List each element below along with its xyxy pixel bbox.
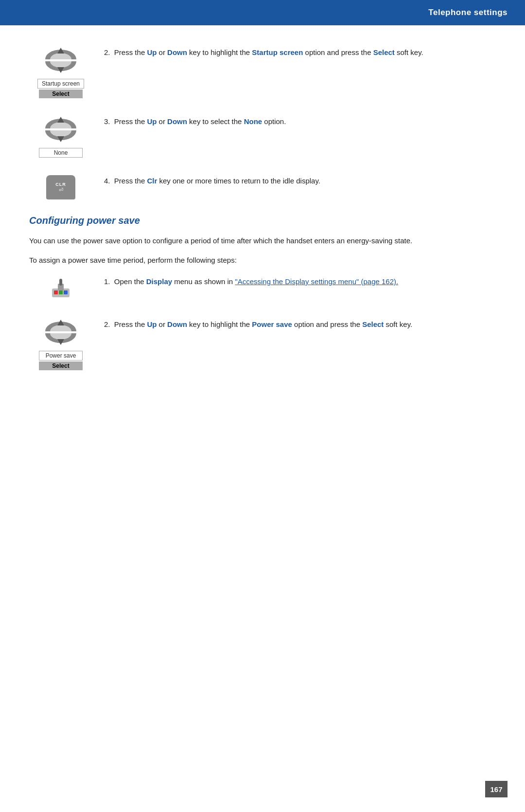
section-heading-power-save: Configuring power save xyxy=(29,215,496,226)
header-title: Telephone settings xyxy=(428,8,508,18)
step-number-4: 4. xyxy=(104,177,114,185)
header-bar: Telephone settings xyxy=(0,0,525,25)
config-step-number-2: 2. xyxy=(104,320,114,328)
config-step-icon-col-2: Power save Select xyxy=(29,317,92,370)
nav-arc-up-svg-config-2 xyxy=(44,317,78,331)
up-key-label-config-2: Up xyxy=(147,320,157,328)
main-content: Startup screen Select 2. Press the Up or… xyxy=(0,25,525,415)
nav-arc-down-svg xyxy=(44,61,78,76)
config-step-row-1: 1. Open the Display menu as shown in "Ac… xyxy=(29,274,496,301)
down-key-label-config-2: Down xyxy=(167,320,187,328)
step-icon-col-4: CLR ⏎ xyxy=(29,173,92,199)
nav-arrows-icon-2-top xyxy=(44,45,78,76)
nav-arc-up-svg-3 xyxy=(44,114,78,128)
nav-arrows-icon-3 xyxy=(44,114,78,145)
clr-key-icon: CLR ⏎ xyxy=(46,175,75,199)
config-step-text-2: 2. Press the Up or Down key to highlight… xyxy=(104,317,496,330)
display-menu-label: Display xyxy=(146,277,172,286)
svg-rect-14 xyxy=(54,290,58,294)
svg-rect-15 xyxy=(59,290,63,294)
none-label: None xyxy=(244,117,262,126)
startup-screen-display-box: Startup screen xyxy=(37,79,84,89)
page-number: 167 xyxy=(490,785,502,794)
display-menu-icon xyxy=(47,274,74,301)
step-row-4: CLR ⏎ 4. Press the Clr key one or more t… xyxy=(29,173,496,199)
nav-arc-down-svg-3 xyxy=(44,130,78,145)
step-text-4: 4. Press the Clr key one or more times t… xyxy=(104,173,496,186)
svg-rect-16 xyxy=(64,290,68,294)
config-step-icon-col-1 xyxy=(29,274,92,301)
page-number-box: 167 xyxy=(485,781,508,797)
down-key-label-3: Down xyxy=(167,117,187,126)
nav-arc-up-svg xyxy=(44,45,78,59)
step-icon-col-2-top: Startup screen Select xyxy=(29,45,92,98)
step-row-2-top: Startup screen Select 2. Press the Up or… xyxy=(29,45,496,98)
step-row-3: None 3. Press the Up or Down key to sele… xyxy=(29,114,496,158)
section-desc-2: To assign a power save time period, perf… xyxy=(29,254,496,266)
clr-key-inner: CLR ⏎ xyxy=(55,182,66,193)
up-key-label-3: Up xyxy=(147,117,157,126)
clr-icon-symbol: ⏎ xyxy=(59,187,63,193)
clr-label-text: Clr xyxy=(147,177,157,185)
accessing-link[interactable]: "Accessing the Display settings menu" (p… xyxy=(235,277,398,286)
step-icon-col-3: None xyxy=(29,114,92,158)
startup-screen-label: Startup screen xyxy=(252,48,303,56)
config-step-text-1: 1. Open the Display menu as shown in "Ac… xyxy=(104,274,496,287)
up-key-label-2: Up xyxy=(147,48,157,56)
step-number-2-top: 2. xyxy=(104,48,114,56)
step-text-3: 3. Press the Up or Down key to select th… xyxy=(104,114,496,127)
none-display-box: None xyxy=(39,148,83,158)
config-step-row-2: Power save Select 2. Press the Up or Dow… xyxy=(29,317,496,370)
power-save-label: Power save xyxy=(252,320,292,328)
power-save-select-box: Select xyxy=(39,361,83,370)
nav-arc-down-svg-config-2 xyxy=(44,333,78,348)
power-save-display-box: Power save xyxy=(39,351,83,361)
step-number-3: 3. xyxy=(104,117,114,126)
select-label-config-2: Select xyxy=(362,320,384,328)
nav-arrows-icon-config-2 xyxy=(44,317,78,348)
step-text-2-top: 2. Press the Up or Down key to highlight… xyxy=(104,45,496,58)
startup-screen-select-box: Select xyxy=(39,90,83,98)
select-label-2: Select xyxy=(373,48,395,56)
config-step-number-1: 1. xyxy=(104,277,114,286)
svg-rect-17 xyxy=(59,279,62,286)
down-key-label-2: Down xyxy=(167,48,187,56)
section-desc-1: You can use the power save option to con… xyxy=(29,235,496,247)
clr-key-label: CLR xyxy=(55,182,66,187)
